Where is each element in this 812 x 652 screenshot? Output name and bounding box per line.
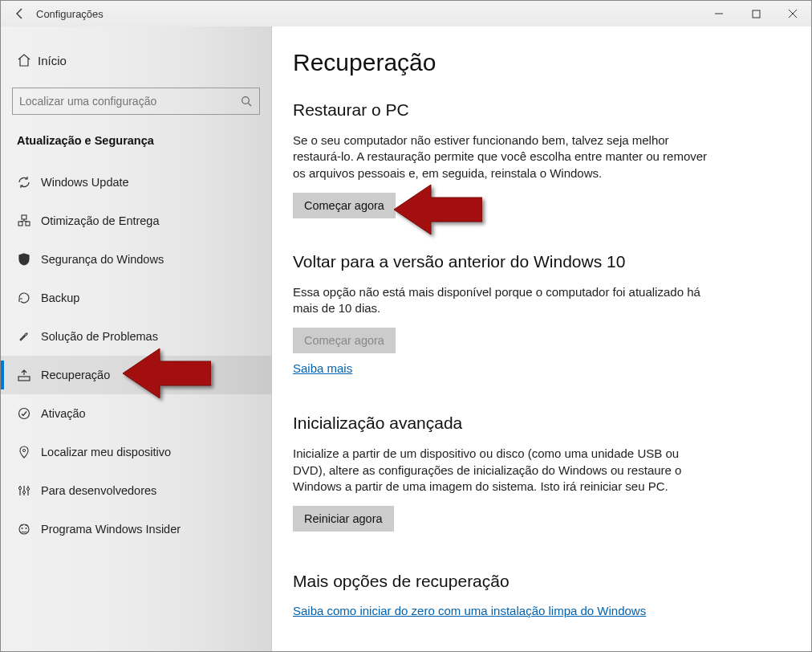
close-icon — [788, 9, 798, 18]
sliders-icon — [17, 483, 41, 498]
minimize-button[interactable] — [700, 1, 737, 26]
recovery-icon — [17, 368, 41, 382]
svg-point-4 — [242, 96, 250, 104]
sidebar-item-activation[interactable]: Ativação — [1, 394, 271, 433]
svg-point-22 — [22, 528, 23, 529]
section-advanced: Inicialização avançada Inicialize a part… — [293, 414, 790, 540]
svg-rect-6 — [22, 215, 26, 219]
svg-point-18 — [18, 487, 21, 489]
svg-line-11 — [24, 221, 28, 222]
fresh-start-link[interactable]: Saiba como iniciar do zero com uma insta… — [293, 604, 646, 617]
maximize-button[interactable] — [737, 1, 774, 26]
close-button[interactable] — [774, 1, 811, 26]
wrench-icon — [17, 329, 41, 344]
sidebar-item-find-device[interactable]: Localizar meu dispositivo — [1, 433, 271, 471]
svg-point-19 — [22, 491, 25, 493]
backup-icon — [17, 291, 41, 305]
main-content: Recuperação Restaurar o PC Se o seu comp… — [272, 26, 811, 651]
svg-rect-7 — [18, 222, 22, 226]
reset-start-button[interactable]: Começar agora — [293, 193, 396, 218]
window-title: Configurações — [33, 8, 104, 20]
sidebar-item-label: Backup — [41, 291, 79, 304]
maximize-icon — [752, 10, 761, 18]
svg-rect-12 — [18, 377, 30, 381]
section-body: Se o seu computador não estiver funciona… — [293, 132, 710, 181]
sidebar-item-recovery[interactable]: Recuperação — [1, 356, 271, 394]
titlebar: Configurações — [1, 1, 811, 26]
section-heading: Voltar para a versão anterior do Windows… — [293, 252, 790, 271]
section-body: Essa opção não está mais disponível porq… — [293, 284, 710, 317]
check-circle-icon — [17, 406, 41, 421]
restart-now-button[interactable]: Reiniciar agora — [293, 506, 394, 532]
sidebar-item-label: Windows Update — [41, 176, 129, 189]
sidebar-item-label: Programa Windows Insider — [41, 523, 181, 536]
learn-more-link[interactable]: Saiba mais — [293, 361, 352, 375]
search-icon — [241, 96, 253, 108]
svg-line-5 — [249, 103, 252, 106]
sidebar-item-insider[interactable]: Programa Windows Insider — [1, 510, 271, 548]
section-reset: Restaurar o PC Se o seu computador não e… — [293, 100, 790, 226]
section-more: Mais opções de recuperação Saiba como in… — [293, 572, 790, 624]
page-title: Recuperação — [293, 49, 790, 76]
sync-icon — [17, 175, 41, 189]
section-heading: Restaurar o PC — [293, 100, 790, 120]
sidebar-item-windows-update[interactable]: Windows Update — [1, 163, 271, 202]
sidebar: Início Atualização e Segurança Windows U… — [1, 26, 272, 651]
section-goback: Voltar para a versão anterior do Windows… — [293, 252, 790, 382]
sidebar-item-troubleshoot[interactable]: Solução de Problemas — [1, 317, 271, 356]
sidebar-item-label: Otimização de Entrega — [41, 214, 160, 227]
sidebar-item-backup[interactable]: Backup — [1, 279, 271, 317]
sidebar-nav: Windows Update Otimização de Entrega Seg… — [1, 163, 271, 548]
minimize-icon — [714, 9, 724, 18]
sidebar-item-label: Para desenvolvedores — [41, 484, 156, 497]
sidebar-item-windows-security[interactable]: Segurança do Windows — [1, 240, 271, 279]
search-box[interactable] — [12, 88, 260, 115]
back-button[interactable] — [7, 1, 33, 26]
svg-point-13 — [19, 409, 30, 419]
location-icon — [17, 445, 41, 459]
svg-rect-8 — [26, 222, 30, 226]
sidebar-item-label: Localizar meu dispositivo — [41, 446, 171, 458]
sidebar-item-label: Solução de Problemas — [41, 330, 158, 343]
sidebar-item-delivery-opt[interactable]: Otimização de Entrega — [1, 202, 271, 240]
search-input[interactable] — [19, 95, 241, 108]
window-controls — [700, 1, 811, 26]
svg-line-10 — [21, 221, 25, 222]
svg-rect-1 — [753, 10, 760, 18]
sidebar-section-title: Atualização e Segurança — [1, 115, 271, 157]
sidebar-item-developers[interactable]: Para desenvolvedores — [1, 471, 271, 510]
sidebar-home-label: Início — [38, 54, 67, 67]
section-body: Inicialize a partir de um dispositivo ou… — [293, 446, 710, 495]
svg-point-23 — [26, 528, 27, 529]
insider-icon — [17, 522, 41, 536]
home-icon — [17, 53, 38, 67]
section-heading: Inicialização avançada — [293, 414, 790, 433]
shield-icon — [17, 252, 41, 267]
svg-point-20 — [26, 487, 29, 490]
sidebar-home[interactable]: Início — [1, 44, 271, 76]
sidebar-item-label: Recuperação — [41, 369, 110, 381]
section-heading: Mais opções de recuperação — [293, 572, 790, 591]
svg-point-14 — [22, 449, 25, 451]
sidebar-item-label: Segurança do Windows — [41, 253, 164, 266]
goback-start-button: Começar agora — [293, 328, 396, 353]
arrow-left-icon — [14, 7, 26, 20]
delivery-icon — [17, 214, 41, 228]
sidebar-item-label: Ativação — [41, 407, 86, 420]
